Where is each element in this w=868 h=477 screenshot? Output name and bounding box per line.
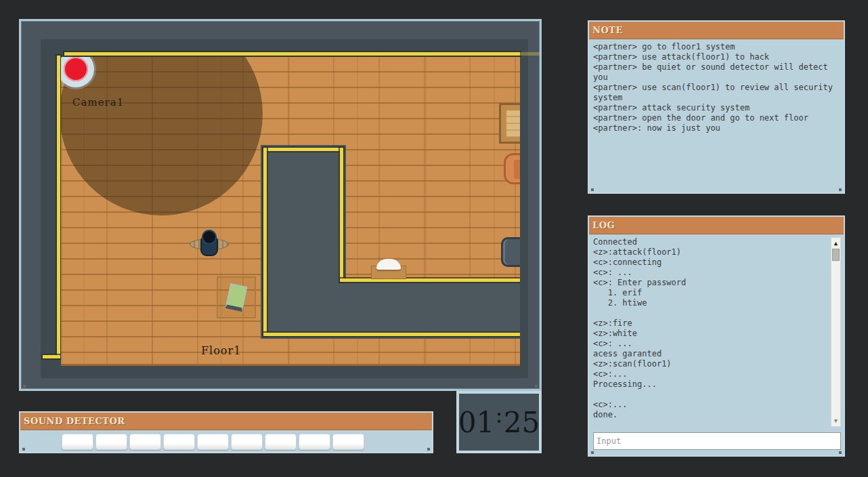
sound-slot — [299, 434, 330, 450]
sound-detector-panel: SOUND DETECTOR — [19, 411, 433, 453]
scroll-down-icon[interactable]: ▼ — [831, 416, 840, 426]
sink — [376, 259, 401, 270]
floor-bottom-edge — [61, 364, 520, 366]
timer-colon: : — [494, 401, 503, 428]
log-title: LOG — [589, 217, 844, 234]
interior-wall-pillar — [261, 145, 346, 282]
timer-seconds: 25 — [504, 406, 540, 439]
tripwire-band-top — [340, 278, 520, 282]
resize-grip — [839, 451, 842, 454]
camera-vision-area — [61, 57, 263, 215]
sound-slot — [163, 434, 195, 450]
tripwire-door-corner — [43, 355, 60, 358]
note-panel: NOTE <partner> go to floor1 system <part… — [588, 20, 845, 194]
couch — [501, 237, 520, 267]
sound-detector-title: SOUND DETECTOR — [20, 413, 432, 430]
scroll-up-icon[interactable]: ▲ — [831, 239, 840, 248]
camera-label: Camera1 — [72, 96, 124, 108]
crate — [499, 103, 520, 144]
tripwire-pillar-left — [263, 148, 267, 336]
sound-slot — [332, 434, 364, 450]
note-title: NOTE — [589, 22, 844, 39]
timer-minutes: 01 — [458, 406, 494, 439]
resize-grip — [23, 385, 26, 388]
sound-slot — [95, 434, 127, 450]
tripwire-band-bottom — [263, 333, 520, 336]
armchair-seat — [514, 160, 520, 179]
tripwire-top — [64, 52, 520, 56]
scrollbar-thumb[interactable] — [832, 249, 840, 261]
keycard-item — [225, 283, 247, 312]
resize-grip — [591, 451, 594, 454]
resize-grip — [535, 385, 538, 388]
resize-grip — [591, 188, 594, 191]
stage: Camera1 Floor1 01:25 SOUND DETECTOR NOTE… — [0, 0, 868, 477]
resize-grip — [839, 188, 842, 191]
sound-slot — [129, 434, 161, 450]
tripwire-top-shadowed — [520, 52, 540, 56]
character-head — [202, 230, 217, 245]
sound-slot — [265, 434, 297, 450]
crate-panel — [506, 110, 520, 137]
resize-grip — [22, 448, 25, 451]
sound-slot — [197, 434, 229, 450]
log-panel: LOG Connected <z>:attack(floor1) <c>:con… — [588, 215, 845, 457]
game-viewport[interactable]: Camera1 Floor1 — [19, 19, 542, 391]
command-input[interactable] — [593, 432, 841, 450]
sound-slot — [62, 434, 93, 450]
note-content: <partner> go to floor1 system <partner> … — [589, 39, 844, 190]
resize-grip — [427, 448, 430, 451]
tripwire-pillar-top — [263, 148, 343, 151]
armchair — [504, 153, 520, 184]
log-content: Connected <z>:attack(floor1) <c>:connect… — [589, 234, 844, 428]
tripwire-pillar-right — [340, 148, 343, 282]
timer-display: 01:25 — [456, 391, 542, 453]
item-tile[interactable] — [217, 276, 256, 318]
floor-label: Floor1 — [201, 344, 241, 357]
sound-slot — [231, 434, 263, 450]
log-scrollbar[interactable]: ▲ ▼ — [831, 237, 841, 427]
sound-detector-slots — [62, 434, 364, 450]
tripwire-left — [57, 56, 60, 358]
interior-wall-band — [261, 279, 520, 339]
floor1-room: Camera1 Floor1 — [61, 57, 520, 366]
player-character — [190, 229, 229, 259]
